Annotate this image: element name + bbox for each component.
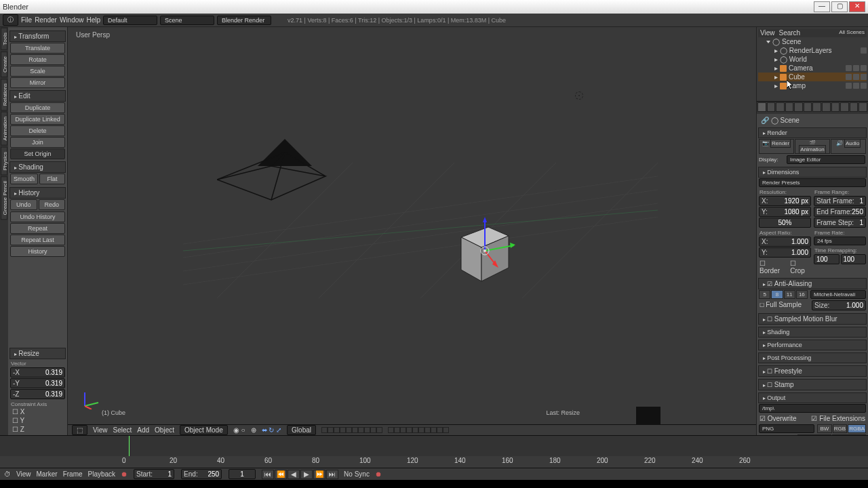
menu-file[interactable]: File: [21, 16, 32, 24]
shading-head-p[interactable]: Shading: [758, 327, 867, 338]
rgba-button[interactable]: RGBA: [848, 424, 866, 433]
res-pct-field[interactable]: 50%: [759, 218, 811, 228]
resize-x-field[interactable]: -X0.319: [10, 367, 65, 378]
full-sample-check[interactable]: ☐ Full Sample: [758, 300, 810, 311]
end-frame[interactable]: End:250: [181, 469, 222, 479]
manipulator-icons[interactable]: ⬌ ↻ ⤢: [262, 426, 282, 434]
outl-camera[interactable]: ▸ Camera: [758, 64, 867, 73]
outl-cube[interactable]: ▸ Cube: [758, 73, 867, 81]
render-engine-dropdown[interactable]: Blender Render: [217, 16, 271, 25]
aa-filter-dropdown[interactable]: Mitchell-Netravali: [810, 290, 866, 299]
aa-head[interactable]: ☑ Anti-Aliasing: [758, 278, 867, 289]
autokey-icon[interactable]: ⏺: [375, 470, 382, 478]
tl-editor-icon[interactable]: ⏱: [4, 470, 11, 478]
translate-button[interactable]: Translate: [10, 43, 65, 54]
tab-greasepencil[interactable]: Grease Pencil: [1, 176, 7, 220]
flat-button[interactable]: Flat: [39, 174, 65, 184]
menu-window[interactable]: Window: [60, 16, 84, 24]
properties-tabs[interactable]: [757, 102, 868, 114]
menu-help[interactable]: Help: [87, 16, 101, 24]
smooth-button[interactable]: Smooth: [10, 174, 38, 184]
tab-animation[interactable]: Animation: [1, 112, 7, 146]
undo-history-button[interactable]: Undo History: [10, 211, 65, 222]
jump-end-icon[interactable]: ⏭: [326, 470, 338, 479]
start-frame-field[interactable]: Start Frame:1: [814, 196, 866, 206]
layer-buttons[interactable]: [321, 427, 382, 433]
format-dropdown[interactable]: PNG: [759, 424, 814, 433]
editor-type-icon[interactable]: ⬚: [72, 425, 87, 435]
resize-y-field[interactable]: -Y0.319: [10, 378, 65, 388]
history-head[interactable]: History: [9, 187, 66, 199]
perf-head[interactable]: Performance: [758, 340, 867, 350]
outl-search[interactable]: Search: [779, 29, 801, 37]
aspect-x-field[interactable]: X:1.000: [759, 237, 811, 247]
scene-dropdown[interactable]: Scene: [160, 16, 214, 25]
edit-head[interactable]: Edit: [9, 90, 66, 102]
mode-dropdown[interactable]: Object Mode: [180, 425, 228, 435]
file-ext-check[interactable]: ☑ File Extensions: [811, 415, 865, 422]
resize-op-head[interactable]: Resize: [9, 348, 66, 359]
outl-world[interactable]: ▸ ◯ World: [758, 55, 867, 64]
new-field[interactable]: 100: [841, 254, 867, 264]
outl-lamp[interactable]: ▸ Lamp: [758, 81, 867, 90]
old-field[interactable]: 100: [814, 254, 840, 264]
resize-z-field[interactable]: -Z0.319: [10, 389, 65, 399]
scale-button[interactable]: Scale: [10, 66, 65, 77]
play-rev-icon[interactable]: ◀: [288, 470, 300, 479]
display-dropdown[interactable]: Image Editor: [787, 155, 865, 164]
set-origin-dropdown[interactable]: Set Origin: [10, 148, 65, 159]
transform-head[interactable]: Transform: [9, 30, 66, 42]
close-button[interactable]: ✕: [849, 1, 865, 12]
start-frame[interactable]: Start:1: [134, 469, 174, 479]
aa-size-field[interactable]: Size:1.000: [812, 300, 866, 310]
constraint-z[interactable]: ☐ Z: [9, 425, 66, 434]
prev-key-icon[interactable]: ⏪: [275, 470, 287, 479]
outl-scene[interactable]: ◯ Scene: [758, 37, 867, 46]
history-button[interactable]: History: [10, 246, 65, 257]
redo-button[interactable]: Redo: [39, 199, 66, 210]
frame-rate-dropdown[interactable]: 24 fps: [814, 237, 866, 245]
undo-button[interactable]: Undo: [10, 199, 37, 210]
freestyle-head[interactable]: ☐ Freestyle: [758, 365, 867, 377]
join-button[interactable]: Join: [10, 137, 65, 148]
tl-marker[interactable]: Marker: [37, 470, 58, 478]
camera-object[interactable]: [217, 139, 332, 207]
end-frame-field[interactable]: End Frame:250: [814, 207, 866, 217]
timeline-cursor[interactable]: [129, 436, 130, 456]
animation-button[interactable]: 🎬 Animation: [795, 139, 830, 154]
repeat-last-button[interactable]: Repeat Last: [10, 235, 65, 245]
aspect-y-field[interactable]: Y:1.000: [759, 247, 811, 258]
layout-dropdown[interactable]: Default: [103, 16, 157, 25]
smb-head[interactable]: ☐ Sampled Motion Blur: [758, 313, 867, 325]
editor-type-dropdown[interactable]: ⓘ: [3, 14, 18, 26]
lamp-object[interactable]: [575, 92, 583, 100]
outl-filter[interactable]: All Scenes: [839, 29, 865, 37]
outl-view[interactable]: View: [760, 29, 775, 37]
vp-menu-add[interactable]: Add: [137, 426, 149, 434]
res-y-field[interactable]: Y:1080 px: [759, 207, 811, 217]
constraint-y[interactable]: ☐ Y: [9, 416, 66, 425]
constraint-x[interactable]: ☐ X: [9, 407, 66, 416]
aa-11[interactable]: 11: [784, 290, 795, 299]
mirror-button[interactable]: Mirror: [10, 77, 65, 88]
3d-viewport[interactable]: User Persp: [68, 27, 756, 435]
tl-rec-icon[interactable]: ⏺: [121, 470, 127, 478]
res-x-field[interactable]: X:1920 px: [759, 196, 811, 206]
vp-menu-view[interactable]: View: [93, 426, 108, 434]
vp-menu-object[interactable]: Object: [155, 426, 174, 434]
tab-physics[interactable]: Physics: [1, 147, 7, 176]
rgb-button[interactable]: RGB: [833, 424, 848, 433]
outl-renderlayers[interactable]: ▸ ◯ RenderLayers: [758, 46, 867, 55]
delete-button[interactable]: Delete: [10, 125, 65, 136]
shading-head[interactable]: Shading: [9, 161, 66, 173]
border-check[interactable]: ☐ Border: [760, 260, 785, 274]
shading-icons[interactable]: ◉ ○: [233, 426, 245, 434]
tab-relations[interactable]: Relations: [1, 79, 7, 110]
pivot-icon[interactable]: ⊕: [251, 426, 256, 434]
play-icon[interactable]: ▶: [300, 470, 313, 479]
layer-buttons-2[interactable]: [388, 427, 449, 433]
cube-object[interactable]: [454, 217, 515, 285]
aa-16[interactable]: 16: [796, 290, 808, 299]
render-button[interactable]: 📷 Render: [759, 139, 794, 154]
tab-create[interactable]: Create: [1, 52, 7, 77]
